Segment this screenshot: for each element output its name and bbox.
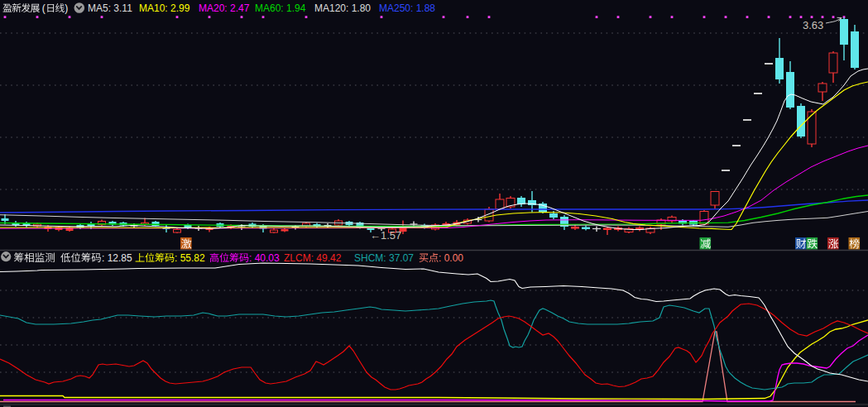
- svg-text:: 40.03: : 40.03: [249, 252, 280, 264]
- svg-text:MA5: 3.11: MA5: 3.11: [88, 2, 132, 14]
- svg-text:: 55.82: : 55.82: [175, 252, 205, 264]
- svg-text:MA60: 1.94: MA60: 1.94: [255, 2, 306, 14]
- svg-text:MA250: 1.88: MA250: 1.88: [379, 2, 435, 14]
- svg-text:ZLCM: 49.42: ZLCM: 49.42: [284, 252, 342, 264]
- svg-text:SHCM: 37.07: SHCM: 37.07: [354, 252, 414, 264]
- svg-text:: 12.85: : 12.85: [102, 252, 132, 264]
- svg-text:MA10: 2.99: MA10: 2.99: [139, 2, 190, 14]
- svg-text:3.63: 3.63: [803, 19, 823, 31]
- svg-text:MA20: 2.47: MA20: 2.47: [199, 2, 250, 14]
- svg-text:(: (: [42, 2, 46, 14]
- svg-text:←1.57: ←1.57: [370, 229, 401, 242]
- svg-text:: 0.00: : 0.00: [439, 252, 463, 264]
- svg-text:): ): [65, 2, 68, 14]
- svg-text:MA120: 1.80: MA120: 1.80: [314, 2, 371, 14]
